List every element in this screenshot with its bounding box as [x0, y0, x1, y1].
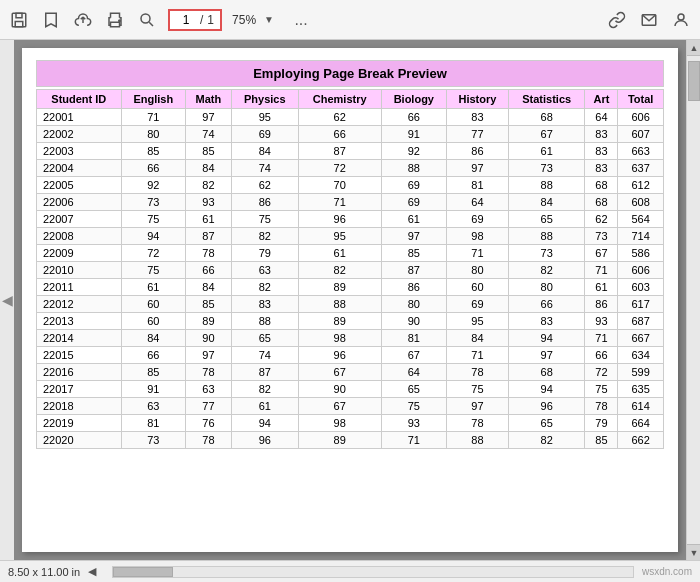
svg-point-7: [678, 14, 684, 20]
data-cell: 82: [508, 262, 585, 279]
data-cell: 66: [186, 262, 232, 279]
save-icon[interactable]: [8, 9, 30, 31]
data-cell: 94: [508, 330, 585, 347]
table-row: 220067393867169648468608: [37, 194, 664, 211]
document-title: Employing Page Break Preview: [36, 60, 664, 87]
data-cell: 82: [508, 432, 585, 449]
data-cell: 90: [186, 330, 232, 347]
zoom-level: 75%: [232, 13, 256, 27]
watermark: wsxdn.com: [642, 566, 692, 577]
data-cell: 88: [508, 228, 585, 245]
search-icon[interactable]: [136, 9, 158, 31]
print-icon[interactable]: [104, 9, 126, 31]
data-cell: 687: [618, 313, 664, 330]
right-scrollbar: ▲ ▼: [686, 40, 700, 560]
data-cell: 80: [381, 296, 446, 313]
table-row: 220077561759661696562564: [37, 211, 664, 228]
data-cell: 86: [381, 279, 446, 296]
data-cell: 68: [585, 177, 618, 194]
data-cell: 88: [446, 432, 508, 449]
page-separator: /: [200, 13, 203, 27]
data-cell: 612: [618, 177, 664, 194]
data-cell: 66: [121, 347, 185, 364]
mail-icon[interactable]: [638, 9, 660, 31]
data-cell: 89: [186, 313, 232, 330]
page-current-input[interactable]: 1: [176, 13, 196, 27]
table-col-header: Physics: [231, 90, 298, 109]
data-cell: 66: [508, 296, 585, 313]
data-cell: 664: [618, 415, 664, 432]
student-id-cell: 22006: [37, 194, 122, 211]
data-cell: 69: [446, 296, 508, 313]
table-row: 220148490659881849471667: [37, 330, 664, 347]
data-cell: 76: [186, 415, 232, 432]
table-row: 220136089888990958393687: [37, 313, 664, 330]
data-cell: 81: [446, 177, 508, 194]
page-size: 8.50 x 11.00 in: [8, 566, 80, 578]
data-cell: 606: [618, 109, 664, 126]
data-cell: 71: [585, 330, 618, 347]
data-cell: 89: [298, 313, 381, 330]
scroll-thumb[interactable]: [688, 61, 700, 101]
svg-rect-1: [16, 13, 22, 18]
bookmark-icon[interactable]: [40, 9, 62, 31]
data-cell: 87: [231, 364, 298, 381]
scroll-up-button[interactable]: ▲: [687, 40, 700, 56]
table-col-header: Art: [585, 90, 618, 109]
student-id-cell: 22007: [37, 211, 122, 228]
data-cell: 81: [381, 330, 446, 347]
bottom-bar: 8.50 x 11.00 in ◀ wsxdn.com: [0, 560, 700, 582]
zoom-dropdown-icon[interactable]: ▼: [258, 9, 280, 31]
data-cell: 73: [508, 245, 585, 262]
data-cell: 75: [446, 381, 508, 398]
data-cell: 93: [186, 194, 232, 211]
student-id-cell: 22017: [37, 381, 122, 398]
horiz-scroll-thumb[interactable]: [113, 567, 173, 577]
data-cell: 98: [446, 228, 508, 245]
data-cell: 73: [121, 432, 185, 449]
upload-icon[interactable]: [72, 9, 94, 31]
link-icon[interactable]: [606, 9, 628, 31]
table-row: 220046684747288977383637: [37, 160, 664, 177]
student-id-cell: 22020: [37, 432, 122, 449]
data-cell: 662: [618, 432, 664, 449]
table-row: 220116184828986608061603: [37, 279, 664, 296]
data-cell: 635: [618, 381, 664, 398]
data-cell: 634: [618, 347, 664, 364]
horizontal-scrollbar[interactable]: [112, 566, 634, 578]
student-id-cell: 22014: [37, 330, 122, 347]
data-cell: 65: [508, 211, 585, 228]
data-cell: 606: [618, 262, 664, 279]
data-cell: 85: [186, 143, 232, 160]
data-cell: 85: [121, 143, 185, 160]
data-cell: 90: [381, 313, 446, 330]
user-icon[interactable]: [670, 9, 692, 31]
table-row: 220168578876764786872599: [37, 364, 664, 381]
bottom-left-arrow[interactable]: ◀: [88, 565, 96, 578]
data-cell: 65: [508, 415, 585, 432]
data-cell: 603: [618, 279, 664, 296]
data-cell: 92: [381, 143, 446, 160]
data-cell: 72: [585, 364, 618, 381]
data-cell: 60: [121, 313, 185, 330]
data-cell: 68: [508, 364, 585, 381]
toolbar: 1 / 1 75% ▼ ...: [0, 0, 700, 40]
toolbar-right: [606, 9, 692, 31]
data-cell: 83: [585, 160, 618, 177]
data-cell: 61: [186, 211, 232, 228]
data-cell: 83: [508, 313, 585, 330]
more-icon[interactable]: ...: [290, 9, 312, 31]
left-page-arrow[interactable]: ◀: [0, 40, 14, 560]
data-cell: 714: [618, 228, 664, 245]
data-cell: 92: [121, 177, 185, 194]
scroll-track: [687, 56, 700, 544]
data-cell: 98: [298, 415, 381, 432]
table-row: 220126085838880696686617: [37, 296, 664, 313]
data-cell: 69: [381, 177, 446, 194]
data-cell: 60: [121, 296, 185, 313]
data-cell: 63: [186, 381, 232, 398]
scroll-down-button[interactable]: ▼: [687, 544, 700, 560]
student-id-cell: 22003: [37, 143, 122, 160]
data-cell: 82: [231, 381, 298, 398]
data-cell: 83: [231, 296, 298, 313]
